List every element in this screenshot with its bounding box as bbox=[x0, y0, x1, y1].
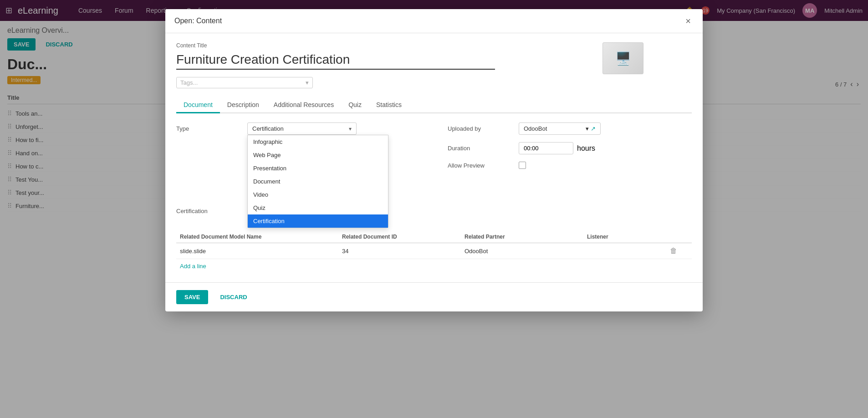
modal-overlay: Open: Content × 🌐 Go to Website 🖥️ Conte… bbox=[0, 0, 868, 418]
allow-preview-label: Allow Preview bbox=[448, 162, 511, 169]
tags-dropdown-icon: ▾ bbox=[306, 79, 309, 86]
modal-discard-button[interactable]: DISCARD bbox=[214, 290, 253, 304]
modal-dialog: Open: Content × 🌐 Go to Website 🖥️ Conte… bbox=[165, 9, 703, 311]
modal-footer: SAVE DISCARD bbox=[165, 282, 703, 311]
row-partner: OdooBot bbox=[465, 248, 583, 255]
col-doc-id: Related Document ID bbox=[342, 234, 461, 240]
modal-title: Open: Content bbox=[174, 17, 222, 25]
row-model-name: slide.slide bbox=[180, 248, 338, 255]
table-header: Related Document Model Name Related Docu… bbox=[176, 231, 692, 243]
dropdown-option-presentation[interactable]: Presentation bbox=[248, 162, 388, 175]
related-docs-table: Related Document Model Name Related Docu… bbox=[176, 231, 692, 273]
tab-document[interactable]: Document bbox=[176, 97, 220, 113]
col-partner: Related Partner bbox=[465, 234, 583, 240]
certification-label: Certification bbox=[176, 208, 240, 214]
dropdown-option-certification[interactable]: Certification bbox=[248, 214, 388, 228]
uploaded-by-value: OdooBot bbox=[524, 125, 547, 132]
type-label: Type bbox=[176, 125, 240, 132]
thumbnail-image: 🖥️ bbox=[615, 51, 631, 66]
tab-statistics[interactable]: Statistics bbox=[369, 97, 409, 113]
row-doc-id: 34 bbox=[342, 248, 461, 255]
dropdown-option-webpage[interactable]: Web Page bbox=[248, 148, 388, 162]
col-listener: Listener bbox=[587, 234, 666, 240]
uploaded-by-label: Uploaded by bbox=[448, 125, 511, 132]
add-a-line-link[interactable]: Add a line bbox=[176, 259, 210, 273]
duration-label: Duration bbox=[448, 145, 511, 152]
tags-field[interactable]: Tags... ▾ bbox=[176, 77, 313, 88]
type-row: Type Certification ▾ Infographic Web Pag… bbox=[176, 122, 420, 135]
form-right-col: Uploaded by OdooBot ▾ ↗ Duration hours bbox=[448, 122, 692, 222]
table-row: slide.slide 34 OdooBot 🗑 bbox=[176, 243, 692, 259]
tab-quiz[interactable]: Quiz bbox=[341, 97, 369, 113]
modal-save-button[interactable]: SAVE bbox=[176, 290, 208, 304]
form-content: Type Certification ▾ Infographic Web Pag… bbox=[176, 122, 692, 222]
document-tabs: Document Description Additional Resource… bbox=[176, 97, 692, 113]
duration-row: Duration hours bbox=[448, 142, 692, 154]
allow-preview-checkbox[interactable] bbox=[519, 162, 526, 169]
modal-close-button[interactable]: × bbox=[683, 15, 694, 26]
row-delete-icon[interactable]: 🗑 bbox=[670, 247, 688, 255]
modal-body: 🌐 Go to Website 🖥️ Content Title Tags...… bbox=[165, 33, 703, 282]
dropdown-option-infographic[interactable]: Infographic bbox=[248, 135, 388, 148]
uploaded-by-select[interactable]: OdooBot ▾ ↗ bbox=[519, 122, 601, 135]
uploaded-by-dropdown-icon: ▾ bbox=[586, 125, 589, 132]
type-dropdown-container: Certification ▾ Infographic Web Page Pre… bbox=[247, 122, 357, 135]
duration-field: hours bbox=[519, 142, 595, 154]
content-thumbnail: 🖥️ bbox=[602, 42, 643, 74]
col-actions bbox=[670, 234, 688, 240]
type-select[interactable]: Certification ▾ bbox=[247, 122, 357, 135]
content-title-input[interactable] bbox=[176, 51, 495, 70]
duration-unit-label: hours bbox=[577, 144, 595, 153]
modal-header: Open: Content × bbox=[165, 9, 703, 33]
allow-preview-row: Allow Preview bbox=[448, 162, 692, 169]
type-selected-value: Certification bbox=[252, 125, 349, 132]
duration-input[interactable] bbox=[519, 142, 573, 154]
uploaded-by-external-link-icon[interactable]: ↗ bbox=[591, 125, 596, 132]
tab-description[interactable]: Description bbox=[220, 97, 266, 113]
tags-placeholder: Tags... bbox=[180, 79, 198, 86]
col-model-name: Related Document Model Name bbox=[180, 234, 338, 240]
type-dropdown-list: Infographic Web Page Presentation Docume… bbox=[247, 135, 388, 228]
type-select-arrow-icon: ▾ bbox=[349, 126, 352, 132]
dropdown-option-quiz[interactable]: Quiz bbox=[248, 201, 388, 214]
uploaded-by-row: Uploaded by OdooBot ▾ ↗ bbox=[448, 122, 692, 135]
dropdown-option-video[interactable]: Video bbox=[248, 188, 388, 201]
form-left-col: Type Certification ▾ Infographic Web Pag… bbox=[176, 122, 420, 222]
tab-additional-resources[interactable]: Additional Resources bbox=[266, 97, 341, 113]
dropdown-option-document[interactable]: Document bbox=[248, 175, 388, 188]
